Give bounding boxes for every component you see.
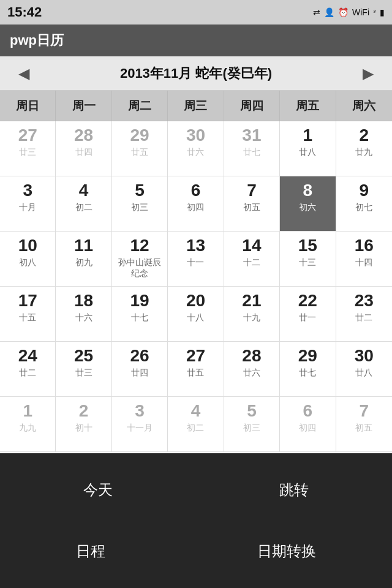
calendar-day[interactable]: 24廿二 (0, 342, 56, 397)
calendar-day[interactable]: 7初五 (224, 176, 280, 232)
bottom-bar: 今天 跳转 日程 日期转换 (0, 453, 392, 588)
calendar-day[interactable]: 27廿五 (168, 342, 224, 397)
day-sub: 十六 (75, 312, 92, 323)
dow-cell: 周四 (224, 91, 280, 121)
day-number: 5 (247, 401, 257, 421)
calendar-day[interactable]: 29廿五 (112, 121, 168, 176)
day-number: 28 (74, 125, 93, 146)
day-number: 27 (18, 125, 37, 146)
calendar-day[interactable]: 20十八 (168, 287, 224, 342)
calendar-day[interactable]: 5初三 (112, 176, 168, 232)
prev-month-button[interactable]: ◀ (12, 62, 36, 85)
day-sub: 廿七 (243, 147, 260, 158)
day-sub: 廿八 (299, 147, 316, 158)
day-number: 2 (79, 401, 89, 421)
calendar-day[interactable]: 8初六 (280, 176, 336, 232)
day-sub: 初五 (243, 202, 260, 213)
today-button[interactable]: 今天 (65, 474, 131, 506)
calendar-day[interactable]: 3十月 (0, 176, 56, 232)
calendar-day[interactable]: 1九九 (0, 397, 56, 452)
day-sub: 廿四 (75, 147, 92, 158)
day-number: 7 (247, 180, 257, 201)
calendar-day[interactable]: 18十六 (56, 287, 111, 342)
calendar-day[interactable]: 31廿七 (224, 121, 280, 176)
month-title: 2013年11月 蛇年(癸巳年) (120, 64, 272, 83)
calendar-day[interactable]: 2初十 (56, 397, 111, 452)
day-number: 25 (74, 345, 93, 366)
calendar-day[interactable]: 10初八 (0, 232, 56, 287)
calendar-day[interactable]: 6初四 (168, 176, 224, 232)
calendar-day[interactable]: 2廿九 (336, 121, 392, 176)
day-sub: 初四 (299, 423, 316, 434)
calendar-day[interactable]: 4初二 (56, 176, 111, 232)
day-number: 29 (298, 345, 317, 366)
day-number: 11 (74, 235, 93, 256)
calendar-day[interactable]: 19十七 (112, 287, 168, 342)
calendar-day[interactable]: 22廿一 (280, 287, 336, 342)
calendar-day[interactable]: 16十四 (336, 232, 392, 287)
calendar-day[interactable]: 4初二 (168, 397, 224, 452)
calendar-day[interactable]: 1廿八 (280, 121, 336, 176)
calendar-day[interactable]: 21十九 (224, 287, 280, 342)
schedule-button[interactable]: 日程 (58, 535, 124, 567)
day-sub: 廿三 (19, 147, 36, 158)
day-number: 24 (18, 345, 37, 366)
calendar-day[interactable]: 15十三 (280, 232, 336, 287)
day-sub: 廿一 (299, 312, 316, 323)
calendar-day[interactable]: 14十二 (224, 232, 280, 287)
bottom-row-1: 今天 跳转 (0, 474, 392, 506)
day-number: 16 (355, 235, 374, 256)
status-bar: 15:42 ⇄ 👤 ⏰ WiFi ᵌ ▮ (0, 0, 392, 24)
day-sub: 初六 (299, 202, 316, 213)
calendar-day[interactable]: 6初四 (280, 397, 336, 452)
calendar-day[interactable]: 17十五 (0, 287, 56, 342)
next-month-button[interactable]: ▶ (356, 62, 380, 85)
battery-icon: ▮ (380, 7, 385, 17)
day-number: 15 (298, 235, 317, 256)
status-icons: ⇄ 👤 ⏰ WiFi ᵌ ▮ (313, 7, 385, 17)
calendar-day[interactable]: 30廿八 (336, 342, 392, 397)
day-sub: 廿六 (187, 147, 204, 158)
date-convert-button[interactable]: 日期转换 (239, 535, 334, 567)
account-icon: 👤 (324, 7, 334, 17)
day-number: 30 (355, 345, 374, 366)
day-sub: 十月 (19, 202, 36, 213)
calendar-day[interactable]: 29廿七 (280, 342, 336, 397)
day-sub: 初二 (75, 202, 92, 213)
title-bar: pwp日历 (0, 24, 392, 56)
day-sub: 廿二 (355, 312, 372, 323)
calendar-day[interactable]: 23廿二 (336, 287, 392, 342)
day-number: 7 (359, 401, 369, 421)
day-sub: 初八 (19, 257, 36, 268)
day-sub: 廿五 (187, 368, 204, 379)
calendar-day[interactable]: 28廿六 (224, 342, 280, 397)
day-number: 17 (18, 290, 37, 311)
calendar-day[interactable]: 11初九 (56, 232, 111, 287)
calendar-day[interactable]: 9初七 (336, 176, 392, 232)
bottom-row-2: 日程 日期转换 (0, 535, 392, 567)
calendar-day[interactable]: 7初五 (336, 397, 392, 452)
jump-button[interactable]: 跳转 (261, 474, 327, 506)
day-number: 8 (303, 180, 313, 201)
day-number: 3 (135, 401, 145, 421)
day-number: 5 (135, 180, 145, 201)
calendar-day[interactable]: 30廿六 (168, 121, 224, 176)
calendar-day[interactable]: 28廿四 (56, 121, 111, 176)
calendar-day[interactable]: 25廿三 (56, 342, 111, 397)
app-title: pwp日历 (10, 31, 64, 50)
dow-cell: 周二 (112, 91, 168, 121)
day-sub: 廿八 (355, 368, 372, 379)
calendar-day[interactable]: 12孙中山诞辰纪念 (112, 232, 168, 287)
calendar-grid: 27廿三28廿四29廿五30廿六31廿七1廿八2廿九3十月4初二5初三6初四7初… (0, 121, 392, 452)
calendar-day[interactable]: 26廿四 (112, 342, 168, 397)
day-sub: 廿三 (75, 368, 92, 379)
calendar-day[interactable]: 27廿三 (0, 121, 56, 176)
dow-cell: 周三 (168, 91, 224, 121)
calendar-day[interactable]: 13十一 (168, 232, 224, 287)
calendar-day[interactable]: 3十一月 (112, 397, 168, 452)
day-sub: 初二 (187, 423, 204, 434)
day-number: 1 (23, 401, 32, 421)
calendar-day[interactable]: 5初三 (224, 397, 280, 452)
day-number: 3 (23, 180, 32, 201)
day-sub: 十九 (243, 312, 260, 323)
